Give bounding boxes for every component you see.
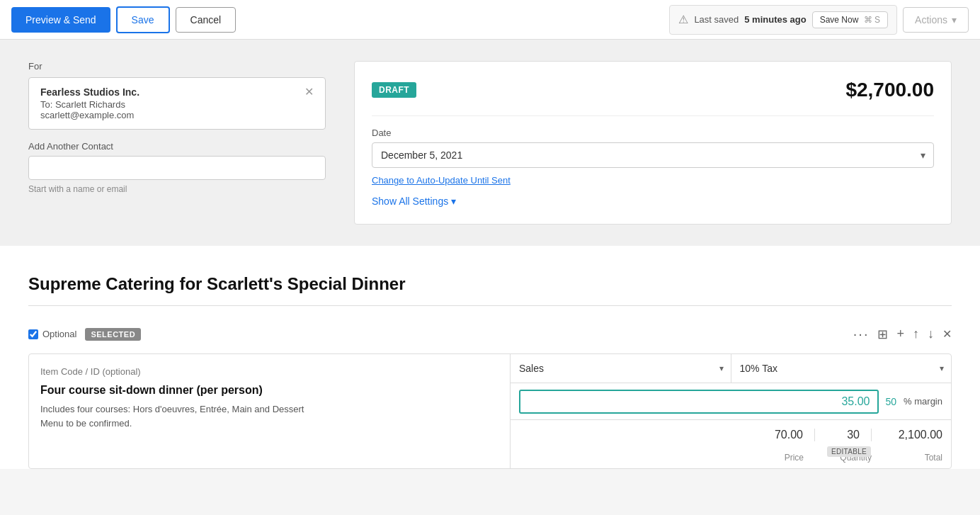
item-toolbar-icons: ··· ⊞ + ↑ ↓ ✕	[853, 326, 952, 342]
optional-label: Optional	[42, 329, 76, 339]
delete-icon[interactable]: ✕	[942, 327, 952, 341]
contact-input-hint: Start with a name or email	[28, 184, 326, 194]
preview-send-button[interactable]: Preview & Send	[11, 7, 110, 33]
selected-badge: SELECTED	[85, 328, 141, 341]
contact-name: Fearless Studios Inc.	[40, 86, 139, 98]
price-column-label: Price	[519, 453, 815, 463]
margin-value: 50	[886, 396, 897, 407]
document-title: Supreme Catering for Scarlett's Special …	[28, 274, 952, 306]
save-status-text: Last saved	[694, 14, 739, 25]
total-col: 2,100.00	[872, 429, 942, 441]
date-value: December 5, 2021	[381, 149, 462, 161]
line-item-toolbar: Optional SELECTED ··· ⊞ + ↑ ↓ ✕	[28, 320, 952, 348]
item-right: Sales ▾ 10% Tax ▾ 50 % margin	[511, 354, 951, 468]
save-now-shortcut: ⌘ S	[864, 15, 880, 25]
item-description: Includes four courses: Hors d'oeuvres, E…	[40, 402, 498, 430]
for-label: For	[28, 61, 326, 72]
contact-info: Fearless Studios Inc. To: Scarlett Richa…	[40, 86, 139, 120]
item-code-input[interactable]	[40, 366, 498, 377]
save-time: 5 minutes ago	[744, 14, 806, 25]
price-margin-row: 50 % margin	[511, 383, 951, 420]
line-item-body: Four course sit-down dinner (per person)…	[28, 353, 952, 469]
margin-label: % margin	[904, 396, 942, 407]
left-panel: For Fearless Studios Inc. To: Scarlett R…	[28, 61, 326, 225]
image-icon[interactable]: ⊞	[877, 327, 888, 342]
editable-badge: EDITABLE	[827, 446, 871, 457]
optional-check: Optional	[28, 329, 76, 339]
optional-checkbox[interactable]	[28, 329, 38, 339]
quantity-col	[519, 429, 815, 441]
add-icon[interactable]: +	[896, 327, 904, 341]
save-status: ⚠ Last saved 5 minutes ago Save Now ⌘ S	[669, 5, 897, 35]
price-input[interactable]	[519, 390, 879, 414]
draft-header: DRAFT $2,700.00	[372, 79, 934, 101]
show-settings-chevron-icon: ▾	[451, 196, 456, 207]
move-down-icon[interactable]: ↓	[928, 327, 934, 341]
move-up-icon[interactable]: ↑	[913, 327, 919, 341]
item-name: Four course sit-down dinner (per person)	[40, 384, 498, 397]
draft-badge: DRAFT	[372, 82, 416, 98]
toolbar: Preview & Send Save Cancel ⚠ Last saved …	[0, 0, 980, 40]
auto-update-link[interactable]: Change to Auto-Update Until Sent	[372, 175, 934, 186]
actions-button[interactable]: Actions ▾	[903, 7, 969, 33]
contact-to: To: Scarlett Richards	[40, 99, 139, 110]
contact-card: Fearless Studios Inc. To: Scarlett Richa…	[28, 77, 326, 130]
contact-close-icon[interactable]: ✕	[304, 86, 314, 98]
save-now-button[interactable]: Save Now ⌘ S	[812, 11, 888, 28]
date-select-wrap: December 5, 2021 ▾	[372, 142, 934, 168]
sales-chevron-icon: ▾	[719, 363, 731, 373]
dots-icon[interactable]: ···	[853, 326, 870, 342]
total-column-label: Total	[872, 453, 942, 463]
item-selects: Sales ▾ 10% Tax ▾	[511, 354, 951, 383]
qty-total-row: 30 EDITABLE 2,100.00	[511, 420, 951, 450]
date-label: Date	[372, 128, 934, 138]
save-button[interactable]: Save	[116, 6, 170, 33]
qty-value: 30	[847, 429, 860, 441]
tax-select-wrap: 10% Tax ▾	[731, 354, 952, 383]
total-amount: $2,700.00	[845, 79, 934, 101]
form-section: For Fearless Studios Inc. To: Scarlett R…	[0, 40, 980, 246]
document-section: Supreme Catering for Scarlett's Special …	[0, 246, 980, 469]
contact-email: scarlett@example.com	[40, 110, 139, 120]
show-settings-link[interactable]: Show All Settings ▾	[372, 196, 934, 207]
sales-category-label: Sales	[511, 354, 719, 383]
add-contact-label: Add Another Contact	[28, 141, 326, 152]
column-labels: Price Quantity Total	[511, 450, 951, 468]
add-contact-input[interactable]	[28, 156, 326, 180]
qty-num-col: 30 EDITABLE	[815, 429, 872, 441]
sales-category-wrap: Sales ▾	[511, 354, 731, 383]
warning-icon: ⚠	[678, 13, 688, 26]
cancel-button[interactable]: Cancel	[176, 7, 237, 33]
date-select[interactable]: December 5, 2021	[372, 142, 934, 168]
tax-label: 10% Tax	[731, 354, 940, 383]
date-chevron-icon: ▾	[921, 149, 925, 161]
tax-chevron-icon: ▾	[940, 363, 951, 373]
actions-chevron-icon: ▾	[952, 14, 957, 26]
invoice-panel: DRAFT $2,700.00 Date December 5, 2021 ▾ …	[354, 61, 952, 225]
item-left: Four course sit-down dinner (per person)…	[29, 354, 511, 468]
quantity-input[interactable]	[519, 429, 803, 441]
